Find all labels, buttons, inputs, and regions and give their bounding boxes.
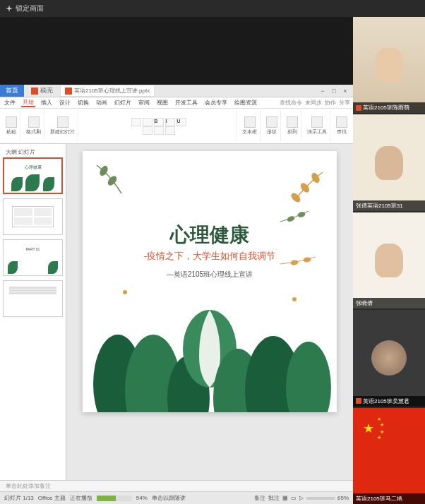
align-center[interactable] (154, 126, 164, 135)
paste-icon[interactable] (6, 116, 17, 128)
status-bar: 幻灯片 1/13 Office 主题 正在播放 54% 单击以跟随讲 备注 批注… (0, 491, 353, 504)
collab-button[interactable]: 协作 (325, 99, 336, 107)
participant-name: 英语2105班马二艳 (356, 495, 402, 503)
format-brush-icon[interactable] (28, 116, 40, 128)
slide-subtitle: -疫情之下，大学生如何自我调节 (83, 250, 337, 263)
bold-button[interactable]: B (154, 118, 164, 126)
slide-thumb-1[interactable]: 心理健康 (3, 157, 63, 194)
notes-toggle[interactable]: 备注 (254, 494, 265, 502)
menu-insert[interactable]: 插入 (40, 99, 54, 107)
italic-button[interactable]: I (165, 118, 175, 126)
playing-status: 正在播放 (70, 494, 92, 502)
menu-transition[interactable]: 切换 (76, 99, 90, 107)
pin-icon (6, 5, 13, 12)
maximize-button[interactable]: □ (330, 88, 337, 95)
home-tab[interactable]: 首页 (0, 85, 24, 97)
avatar-icon (371, 340, 407, 376)
zoom-slider[interactable] (306, 497, 335, 500)
menu-slideshow[interactable]: 幻灯片 (113, 99, 133, 107)
participants-panel: 英语2105班陈雨萌 张倩英语2105班31 张晓倩 英语2105班吴慧君 (353, 17, 425, 504)
textbox-icon[interactable] (244, 116, 256, 128)
close-button[interactable]: × (342, 88, 349, 95)
slide-author: —英语2105班心理线上宣讲 (83, 270, 337, 280)
notes-bar[interactable]: 单击此处添加备注 (0, 480, 353, 491)
align-right[interactable] (165, 126, 175, 135)
template-icon (31, 88, 38, 95)
share-button[interactable]: 分享 (339, 99, 350, 107)
progress-percent: 54% (136, 495, 148, 501)
find-icon[interactable] (336, 116, 347, 128)
paste-label: 粘贴 (6, 128, 16, 136)
participant-3[interactable]: 张晓倩 (353, 212, 425, 308)
participant-name: 张晓倩 (356, 299, 373, 307)
template-tab[interactable]: 稿壳 (25, 85, 59, 97)
slide-thumb-3[interactable]: PART 01 (3, 239, 63, 276)
menu-resources[interactable]: 绘图资源 (233, 99, 258, 107)
align-left[interactable] (143, 126, 152, 135)
meeting-header: 锁定画面 (0, 0, 425, 17)
zoom-level[interactable]: 65% (337, 495, 349, 501)
ppt-icon (65, 88, 72, 95)
menu-view[interactable]: 视图 (155, 99, 169, 107)
minimize-button[interactable]: − (319, 88, 326, 95)
slide-thumb-4[interactable] (3, 280, 63, 317)
wps-tab-bar: 首页 稿壳 英语2105班心理线上宣讲.pptx − □ × (0, 85, 353, 97)
font-select[interactable] (131, 118, 141, 126)
svg-point-17 (292, 297, 297, 301)
menu-member[interactable]: 会员专享 (203, 99, 229, 107)
view-reading-icon[interactable]: ▭ (291, 495, 297, 501)
svg-point-2 (311, 172, 321, 184)
font-size[interactable] (143, 118, 152, 126)
menu-review[interactable]: 审阅 (137, 99, 151, 107)
view-normal-icon[interactable]: ▦ (282, 495, 288, 501)
participant-5[interactable]: ★ ★ ★ ★ ★ 英语2105班马二艳 (353, 408, 425, 504)
play-icon[interactable] (311, 116, 323, 128)
menu-start[interactable]: 开始 (21, 98, 35, 107)
search-box[interactable]: 查找命令 (280, 99, 302, 107)
slide-thumbnails-panel: 大纲 幻灯片 心理健康 (0, 144, 66, 480)
pinned-label: 锁定画面 (16, 4, 44, 13)
arrange-icon[interactable] (287, 116, 298, 128)
wps-ribbon: 粘贴 格式刷 新建幻灯片 B I U (0, 109, 353, 144)
menu-animation[interactable]: 动画 (95, 99, 109, 107)
follow-hint[interactable]: 单击以跟随讲 (152, 494, 186, 502)
underline-button[interactable]: U (176, 118, 186, 126)
wps-menu-bar: 文件 开始 插入 设计 切换 动画 幻灯片 审阅 视图 开发工具 会员专享 绘图… (0, 97, 353, 109)
shape-icon[interactable] (266, 116, 277, 128)
sync-status[interactable]: 未同步 (305, 99, 322, 107)
participant-4[interactable]: 英语2105班吴慧君 (353, 310, 425, 406)
slide-thumb-2[interactable] (3, 198, 63, 235)
menu-design[interactable]: 设计 (58, 99, 72, 107)
menu-devtools[interactable]: 开发工具 (174, 99, 199, 107)
slide-title: 心理健康 (83, 222, 337, 248)
slides-tab[interactable]: 幻灯片 (18, 149, 35, 155)
participant-name: 英语2105班陈雨萌 (363, 104, 409, 112)
theme-indicator: Office 主题 (38, 494, 66, 502)
wps-presentation-window: 首页 稿壳 英语2105班心理线上宣讲.pptx − □ × 文件 (0, 85, 353, 504)
participant-1[interactable]: 英语2105班陈雨萌 (353, 17, 425, 113)
view-slideshow-icon[interactable]: ▷ (299, 495, 304, 501)
participant-2[interactable]: 张倩英语2105班31 (353, 114, 425, 210)
speaker-icon (356, 398, 361, 404)
new-slide-icon[interactable] (57, 116, 68, 128)
document-tab[interactable]: 英语2105班心理线上宣讲.pptx (60, 85, 155, 97)
participant-name: 张倩英语2105班31 (356, 202, 403, 210)
screen-share-area: 首页 稿壳 英语2105班心理线上宣讲.pptx − □ × 文件 (0, 17, 353, 504)
flag-avatar: ★ ★ ★ ★ ★ (353, 408, 425, 504)
svg-point-16 (123, 290, 127, 294)
current-slide[interactable]: 心理健康 -疫情之下，大学生如何自我调节 —英语2105班心理线上宣讲 (83, 151, 337, 412)
page-indicator: 幻灯片 1/13 (4, 494, 34, 502)
outline-tab[interactable]: 大纲 (6, 149, 17, 155)
svg-point-6 (297, 212, 305, 217)
comments-toggle[interactable]: 批注 (268, 494, 280, 502)
progress-bar[interactable] (97, 496, 132, 501)
file-menu[interactable]: 文件 (3, 99, 17, 107)
speaker-icon (356, 105, 361, 111)
participant-name: 英语2105班吴慧君 (363, 397, 409, 405)
slide-canvas[interactable]: 心理健康 -疫情之下，大学生如何自我调节 —英语2105班心理线上宣讲 (66, 144, 353, 480)
